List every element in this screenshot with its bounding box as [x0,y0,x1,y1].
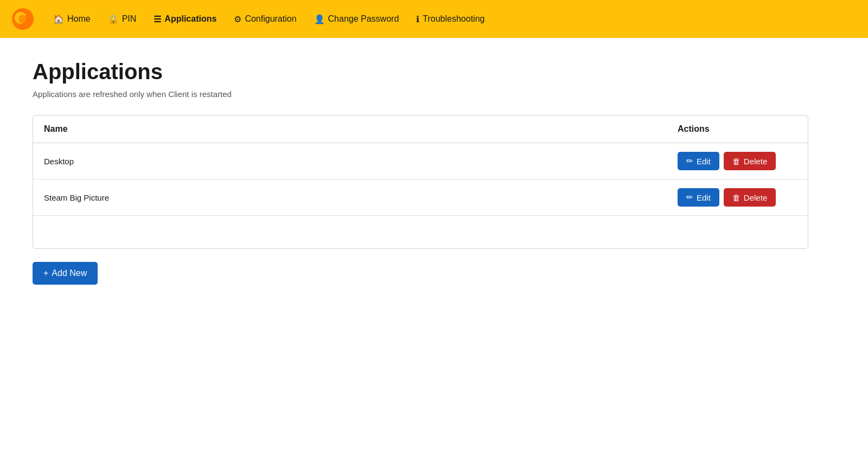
edit-button-desktop[interactable]: ✏ Edit [678,152,719,170]
gear-icon: ⚙ [234,14,241,24]
nav-menu: 🏠 Home 🔒 PIN ☰ Applications ⚙ Configurat… [46,10,492,29]
nav-item-change-password[interactable]: 👤 Change Password [307,10,407,29]
col-actions-header: Actions [678,124,797,134]
edit-icon: ✏ [686,156,693,166]
table-empty-row [33,216,808,248]
nav-label-home: Home [67,14,91,24]
plus-icon: + [43,268,48,278]
applications-table: Name Actions Desktop ✏ Edit 🗑 Delete Ste… [33,115,808,249]
page-subtitle: Applications are refreshed only when Cli… [33,89,835,99]
nav-item-applications[interactable]: ☰ Applications [146,10,224,29]
navbar: 🏠 Home 🔒 PIN ☰ Applications ⚙ Configurat… [0,0,868,38]
nav-label-pin: PIN [122,14,137,24]
user-icon: 👤 [314,14,325,24]
logo-icon [11,7,35,31]
table-row: Desktop ✏ Edit 🗑 Delete [33,143,808,179]
menu-icon: ☰ [154,14,161,24]
row-actions-desktop: ✏ Edit 🗑 Delete [678,152,797,170]
nav-item-configuration[interactable]: ⚙ Configuration [226,10,304,29]
delete-button-desktop[interactable]: 🗑 Delete [724,152,776,170]
delete-button-steam[interactable]: 🗑 Delete [724,188,776,207]
add-new-label: Add New [52,268,87,278]
home-icon: 🏠 [53,14,64,24]
nav-label-change-password: Change Password [328,14,399,24]
edit-button-steam[interactable]: ✏ Edit [678,188,719,207]
edit-icon: ✏ [686,192,693,202]
svg-point-2 [18,15,27,23]
lock-icon: 🔒 [108,14,119,24]
info-icon: ℹ [416,14,419,24]
nav-label-applications: Applications [164,14,216,24]
nav-item-troubleshooting[interactable]: ℹ Troubleshooting [409,10,492,29]
main-content: Applications Applications are refreshed … [0,38,868,306]
trash-icon: 🗑 [732,193,741,202]
app-name-steam: Steam Big Picture [44,193,678,202]
row-actions-steam: ✏ Edit 🗑 Delete [678,188,797,207]
add-new-button[interactable]: + Add New [33,262,98,285]
page-title: Applications [33,60,835,84]
app-name-desktop: Desktop [44,157,678,166]
table-header: Name Actions [33,115,808,143]
nav-label-troubleshooting: Troubleshooting [423,14,484,24]
nav-item-pin[interactable]: 🔒 PIN [100,10,144,29]
table-row: Steam Big Picture ✏ Edit 🗑 Delete [33,179,808,216]
trash-icon: 🗑 [732,157,741,166]
nav-item-home[interactable]: 🏠 Home [46,10,98,29]
col-name-header: Name [44,124,678,134]
nav-label-configuration: Configuration [245,14,296,24]
